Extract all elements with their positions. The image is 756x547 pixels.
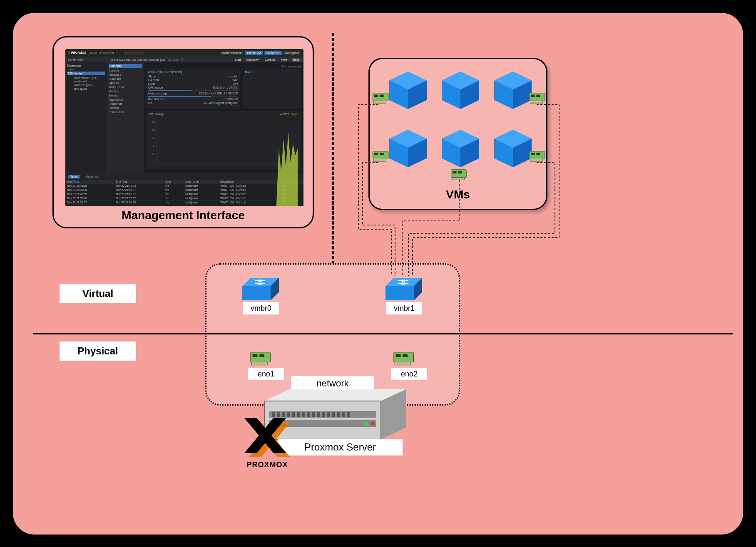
- table-cell: Nov 23 21:37:27: [114, 196, 163, 200]
- menu-console[interactable]: Console: [109, 69, 142, 72]
- menu-snapshots[interactable]: Snapshots: [109, 102, 142, 105]
- eno1-nic-icon: [250, 350, 273, 366]
- vm4-nic-icon: [372, 150, 390, 162]
- table-cell: Nov 23 21:44:08: [114, 184, 163, 188]
- proxmox-logo-text: ✕ PROXMOX: [68, 51, 86, 54]
- vmbr1-label: vmbr1: [386, 302, 422, 314]
- vm-cube-3: [492, 72, 534, 109]
- vm1-nic-icon: [372, 92, 390, 104]
- proxmox-breadcrumb-bar: Server View Virtual Machine 100 (debian)…: [65, 57, 303, 62]
- menu-permissions[interactable]: Permissions: [109, 111, 142, 114]
- server-view-label: Server View: [68, 58, 108, 61]
- vm-side-menu: Summary Console Hardware Cloud-Init Opti…: [107, 62, 144, 173]
- tree-node-pve[interactable]: pve: [67, 68, 105, 71]
- vm-cube-2: [440, 72, 481, 109]
- create-vm-button[interactable]: Create VM: [245, 51, 263, 55]
- switch-vmbr0: [242, 278, 279, 300]
- proxmox-body: Datacenter pve 100 (debian) localnetwork…: [65, 62, 303, 173]
- mem-bar: [148, 96, 211, 97]
- cpu-label: CPU usage: [148, 86, 163, 89]
- status-label: Status: [148, 75, 157, 78]
- summary-panel: Hour (average) debian (Uptime: 00:08:43)…: [144, 62, 303, 173]
- resource-tree[interactable]: Datacenter pve 100 (debian) localnetwork…: [65, 62, 107, 173]
- virtual-label: Virtual: [60, 284, 136, 303]
- vm6-nic-icon: [529, 150, 547, 162]
- tab-cluster-log[interactable]: Cluster log: [83, 175, 102, 178]
- switch-vmbr1: [385, 278, 422, 300]
- shutdown-button[interactable]: Shutdown: [244, 58, 261, 62]
- env-label: Virtual Environment 8.1.3: [89, 52, 121, 54]
- eno2-nic-icon: [393, 350, 416, 366]
- boot-label: Bootdisk size: [148, 98, 165, 101]
- mem-label: Memory usage: [148, 92, 167, 95]
- menu-hardware[interactable]: Hardware: [109, 73, 142, 76]
- create-ct-button[interactable]: Create CT: [264, 51, 282, 55]
- vmbr0-label: vmbr0: [243, 302, 279, 314]
- chart-svg: [157, 120, 298, 206]
- table-cell: Nov 23 21:42:09: [65, 192, 114, 196]
- user-menu[interactable]: root@pam: [283, 51, 301, 55]
- menu-task-history[interactable]: Task History: [109, 86, 142, 89]
- proxmox-x-icon: [244, 418, 290, 457]
- node-value: pve: [234, 82, 238, 85]
- boot-value: 16.00 GiB: [225, 98, 238, 101]
- chart-area: [156, 120, 298, 163]
- hour-average-label: Hour (average): [146, 65, 301, 68]
- cpu-chart-legend: ● CPU usage: [280, 113, 298, 116]
- table-cell: Nov 23 21:36:49: [65, 196, 114, 200]
- notes-title: Notes: [245, 71, 299, 74]
- search-input[interactable]: [124, 51, 144, 55]
- management-interface-label: Management Interface: [54, 209, 313, 222]
- table-cell: Nov 23 21:36:35: [114, 200, 163, 205]
- more-button[interactable]: More: [279, 58, 290, 62]
- status-value: running: [229, 75, 238, 78]
- table-cell: Nov 23 21:43:20: [65, 184, 114, 188]
- y-axis-ticks: 6050 4030 2010: [149, 120, 155, 163]
- docs-button[interactable]: Documentation: [220, 51, 244, 55]
- edit-icon[interactable]: ✎: [181, 58, 184, 61]
- eno2-label: eno2: [391, 368, 427, 380]
- tree-item[interactable]: zero (pve): [67, 87, 105, 90]
- vms-label: VMs: [370, 188, 546, 201]
- tasks-col[interactable]: End Time: [114, 180, 163, 184]
- menu-replication[interactable]: Replication: [109, 98, 142, 101]
- tree-datacenter[interactable]: Datacenter: [67, 64, 105, 67]
- table-cell: Nov 23 21:42:38: [65, 188, 114, 192]
- ips-value: No Guest Agent configured: [203, 101, 238, 104]
- menu-cloud-init[interactable]: Cloud-Init: [109, 77, 142, 80]
- management-interface-panel: ✕ PROXMOX Virtual Environment 8.1.3 Docu…: [52, 36, 314, 228]
- status-card-title: debian (Uptime: 00:08:43): [148, 71, 238, 74]
- table-cell: Nov 23 21:36:07: [65, 200, 114, 205]
- diagram-canvas: ✕ PROXMOX Virtual Environment 8.1.3 Docu…: [12, 12, 744, 536]
- tree-vm-100[interactable]: 100 (debian): [67, 72, 105, 75]
- tree-item[interactable]: local-lvm (pve): [67, 84, 105, 87]
- menu-summary[interactable]: Summary: [109, 64, 142, 68]
- proxmox-logo: PROXMOX: [236, 418, 298, 476]
- ips-label: IPs: [148, 101, 152, 104]
- no-tags-label: No Tags: [168, 58, 179, 61]
- menu-backup[interactable]: Backup: [109, 94, 142, 97]
- menu-options[interactable]: Options: [109, 82, 142, 84]
- proxmox-top-bar: ✕ PROXMOX Virtual Environment 8.1.3 Docu…: [65, 49, 303, 57]
- proxmox-screenshot: ✕ PROXMOX Virtual Environment 8.1.3 Docu…: [65, 49, 303, 206]
- help-button[interactable]: Help: [291, 58, 301, 62]
- breadcrumb: Virtual Machine 100 (debian) on node 'pv…: [110, 58, 166, 61]
- physical-label: Physical: [60, 342, 136, 361]
- menu-firewall[interactable]: Firewall: [109, 106, 142, 109]
- menu-monitor[interactable]: Monitor: [109, 90, 142, 93]
- console-button[interactable]: Console: [263, 58, 278, 62]
- vm-cube-6: [492, 130, 534, 167]
- table-cell: Nov 23 21:42:37: [114, 192, 163, 196]
- vm-cube-5: [440, 130, 481, 167]
- tree-item[interactable]: localnetwork (pve): [67, 76, 105, 79]
- tab-tasks[interactable]: Tasks: [68, 175, 80, 178]
- status-card: debian (Uptime: 00:08:43) Statusrunning …: [146, 69, 240, 109]
- tree-item[interactable]: local (pve): [67, 80, 105, 83]
- network-box: vmbr0 vmbr1 eno1 eno2 network: [205, 263, 460, 406]
- table-cell: Nov 23 21:43:07: [114, 188, 163, 192]
- ha-label: HA State: [148, 79, 160, 82]
- cpu-bar: [148, 90, 191, 91]
- tasks-col[interactable]: Start Time: [65, 180, 114, 184]
- notes-card: Notes: [243, 69, 301, 109]
- start-button[interactable]: Start: [233, 58, 243, 62]
